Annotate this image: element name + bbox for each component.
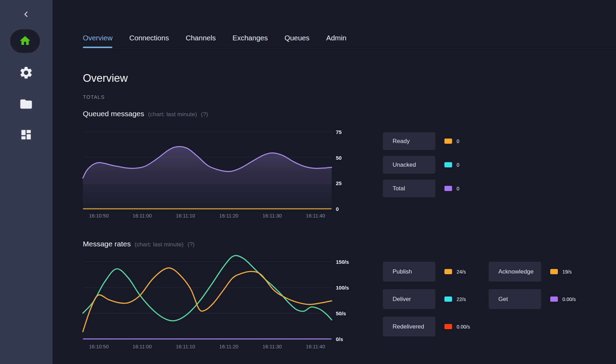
x-tick-label: 16:11:10 [176,344,195,349]
y-tick-label: 150/s [336,259,349,265]
queued-chart-x-axis: 16:10:5016:11:0016:11:1016:11:2016:11:30… [83,213,332,220]
x-tick-label: 16:11:00 [133,213,152,219]
sidebar [0,0,53,364]
legend-deliver-button[interactable]: Deliver [383,289,435,309]
tab-connections[interactable]: Connections [129,34,169,48]
sidebar-item-home[interactable] [10,29,40,53]
tab-admin[interactable]: Admin [326,34,346,48]
deliver-value: 22/s [457,296,466,302]
x-tick-label: 16:11:40 [306,213,325,219]
tabs-divider [83,48,616,49]
tab-queues[interactable]: Queues [284,34,309,48]
y-tick-label: 50 [336,155,342,160]
legend-acknowledge-button[interactable]: Acknowledge [489,262,541,282]
legend-total-button[interactable]: Total [383,180,435,197]
publish-swatch [444,269,452,274]
top-navigation: Overview Connections Channels Exchanges … [83,34,346,48]
sidebar-item-dashboard[interactable] [17,126,35,144]
message-rates-heading: Message rates (chart: last minute) (?) [83,240,195,248]
grid-icon [20,128,32,142]
x-tick-label: 16:11:30 [262,213,282,219]
x-tick-label: 16:11:00 [133,344,152,349]
series-line-deliver [83,255,332,321]
redelivered-value: 0.00/s [457,324,470,330]
x-tick-label: 16:11:30 [262,344,282,349]
tab-overview[interactable]: Overview [83,34,112,48]
deliver-swatch [444,296,452,302]
folder-icon [19,97,33,112]
x-tick-label: 16:10:50 [89,213,109,219]
x-tick-label: 16:11:40 [306,344,325,349]
y-tick-label: 0 [336,206,339,212]
home-icon [19,34,31,48]
series-area-total-queued [83,147,332,209]
legend-publish-button[interactable]: Publish [383,262,435,282]
page-title: Overview [83,72,128,85]
acknowledge-value: 19/s [562,269,571,275]
rates-chart-x-axis: 16:10:5016:11:0016:11:1016:11:2016:11:30… [83,344,332,351]
y-tick-label: 75 [336,129,342,135]
tab-exchanges[interactable]: Exchanges [232,34,268,48]
y-tick-label: 25 [336,180,342,186]
chart-subtitle: (chart: last minute) [135,241,184,248]
total-value: 0 [457,186,459,191]
chart-subtitle: (chart: last minute) [148,111,197,118]
chart-title: Queued messages [83,110,144,118]
redelivered-swatch [444,324,452,329]
help-icon[interactable]: (?) [201,111,208,118]
legend-unacked-button[interactable]: Unacked [383,156,435,174]
get-swatch [550,296,558,302]
legend-get-button[interactable]: Get [489,289,541,309]
sidebar-item-settings[interactable] [17,64,35,82]
ready-swatch [444,139,452,144]
message-rates-chart [83,258,332,343]
x-tick-label: 16:10:50 [89,344,109,349]
queued-messages-heading: Queued messages (chart: last minute) (?) [83,110,208,118]
x-tick-label: 16:11:20 [219,213,238,219]
sidebar-collapse-button[interactable] [18,8,34,22]
series-line-publish [83,268,332,332]
x-tick-label: 16:11:20 [219,344,238,349]
chart-title: Message rates [83,240,131,248]
sidebar-item-folder[interactable] [17,95,35,113]
y-tick-label: 100/s [336,285,349,291]
acknowledge-swatch [550,269,558,274]
tab-channels[interactable]: Channels [185,34,216,48]
unacked-value: 0 [457,162,459,168]
zero-baseline [83,339,332,340]
zero-baseline [83,208,332,209]
gear-icon [19,65,33,81]
legend-ready-button[interactable]: Ready [383,132,435,150]
y-tick-label: 50/s [336,310,346,316]
chevron-left-icon [22,10,30,19]
queued-messages-chart [83,125,332,212]
publish-value: 24/s [457,269,466,275]
help-icon[interactable]: (?) [188,241,195,248]
app-window: Overview Connections Channels Exchanges … [0,0,616,364]
total-swatch [444,186,452,191]
legend-redelivered-button[interactable]: Redelivered [383,317,435,337]
y-tick-label: 0/s [336,336,343,342]
unacked-swatch [444,162,452,167]
x-tick-label: 16:11:10 [176,213,195,219]
totals-section-label: TOTALS [83,94,105,100]
ready-value: 0 [457,139,459,144]
get-value: 0.00/s [562,296,576,302]
